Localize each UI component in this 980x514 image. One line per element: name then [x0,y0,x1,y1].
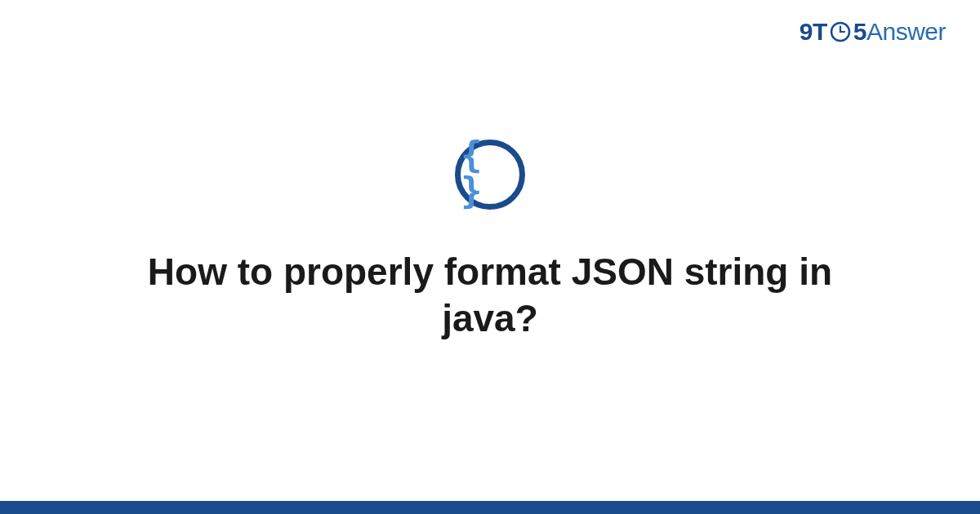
page-title: How to properly format JSON string in ja… [122,249,858,343]
braces-icon: { } [461,137,519,209]
main-content: { } How to properly format JSON string i… [0,0,980,514]
json-icon: { } [455,140,525,210]
topic-icon-wrapper: { } [455,140,525,210]
footer-accent-bar [0,501,980,514]
